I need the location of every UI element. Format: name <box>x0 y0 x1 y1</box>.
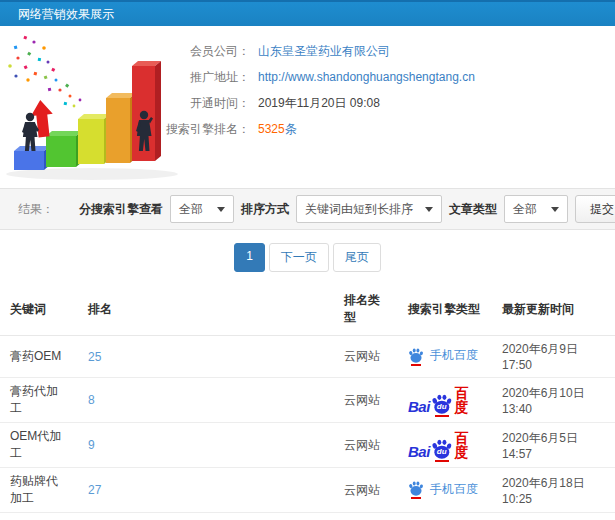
updated-cell: 2020年6月5日 14:57 <box>492 423 615 468</box>
baidu-paw-icon: du <box>431 439 453 459</box>
pagination-button[interactable]: 1 <box>234 243 265 272</box>
article-type-select[interactable]: 全部 <box>504 195 568 223</box>
table-row: 膏药代加工 8 云网站 Baidu百度 2020年6月10日 13:40 <box>0 378 615 423</box>
rank-cell: 27 <box>78 468 334 513</box>
article-type-label: 文章类型 <box>449 201 497 218</box>
column-header: 搜索引擎类型 <box>398 284 492 336</box>
engine-select-value: 全部 <box>179 201 203 218</box>
confetti-decoration <box>8 36 81 108</box>
updated-cell: 2020年6月18日 10:25 <box>492 468 615 513</box>
keyword-cell: OEM代加工 <box>0 423 78 468</box>
page-title-bar: 网络营销效果展示 <box>0 0 615 26</box>
keyword-cell: 药贴牌代加工 <box>0 468 78 513</box>
updated-cell: 2020年6月11日 11:18 <box>492 513 615 520</box>
rank-link[interactable]: 8 <box>88 393 95 407</box>
table-row: 药贴牌代加工 27 云网站 手机百度 2020年6月18日 10:25 <box>0 468 615 513</box>
baidu-logo: Baidu百度 <box>408 386 482 414</box>
column-header: 排名类型 <box>334 284 398 336</box>
rank-type-cell: 云网站 <box>334 513 398 520</box>
column-header: 关键词 <box>0 284 78 336</box>
results-table: 关键词排名排名类型搜索引擎类型最新更新时间 膏药OEM 25 云网站 手机百度 … <box>0 284 615 520</box>
keyword-cell: 膏药代加工 <box>0 378 78 423</box>
table-row: OEM代加工 9 云网站 Baidu百度 2020年6月5日 14:57 <box>0 423 615 468</box>
baidu-cn-wordmark: 百度 <box>454 386 482 414</box>
pagination-button[interactable]: 下一页 <box>269 243 329 272</box>
info-value: 5325 <box>258 122 285 136</box>
info-label: 开通时间： <box>150 95 250 112</box>
rank-cell: 1 <box>78 513 334 520</box>
rank-type-cell: 云网站 <box>334 423 398 468</box>
result-label: 结果： <box>18 201 54 218</box>
bar-yellow <box>78 114 110 164</box>
updated-cell: 2020年6月10日 13:40 <box>492 378 615 423</box>
filter-bar: 结果： 分搜索引擎查看 全部 排序方式 关键词由短到长排序 文章类型 全部 提交 <box>0 188 615 230</box>
pagination: 1 下一页 尾页 <box>0 243 615 272</box>
engine-cell: Baidu百度 <box>398 423 492 468</box>
account-info: 会员公司： 山东皇圣堂药业有限公司 推广地址： http://www.shand… <box>150 38 475 142</box>
table-row: 北京膏药贴牌 1 云网站 Baidu百度 2020年6月11日 11:18 <box>0 513 615 520</box>
sort-select[interactable]: 关键词由短到长排序 <box>296 195 442 223</box>
engine-cell: Baidu百度 <box>398 513 492 520</box>
info-row: 会员公司： 山东皇圣堂药业有限公司 <box>150 38 475 64</box>
rank-type-cell: 云网站 <box>334 336 398 378</box>
sort-filter-label: 排序方式 <box>241 201 289 218</box>
baidu-wordmark: Bai <box>408 399 430 414</box>
baidu-paw-icon: du <box>431 394 453 414</box>
hero-section: 会员公司： 山东皇圣堂药业有限公司 推广地址： http://www.shand… <box>0 26 615 188</box>
article-type-value: 全部 <box>513 201 537 218</box>
engine-filter-label: 分搜索引擎查看 <box>79 201 163 218</box>
info-label: 会员公司： <box>150 43 250 60</box>
engine-cell: 手机百度 <box>398 468 492 513</box>
info-row: 搜索引擎排名： 5325 条 <box>150 116 475 142</box>
submit-button[interactable]: 提交 <box>575 195 615 223</box>
pagination-button[interactable]: 尾页 <box>333 243 381 272</box>
mobile-baidu-logo: 手机百度 <box>408 348 478 363</box>
mobile-baidu-logo: 手机百度 <box>408 481 478 496</box>
baidu-paw-icon <box>408 481 424 496</box>
rank-type-cell: 云网站 <box>334 468 398 513</box>
baidu-logo: Baidu百度 <box>408 431 482 459</box>
chevron-down-icon <box>217 207 225 212</box>
chevron-down-icon <box>551 207 559 212</box>
table-row: 膏药OEM 25 云网站 手机百度 2020年6月9日 17:50 <box>0 336 615 378</box>
bar-green <box>46 131 82 167</box>
rank-link[interactable]: 25 <box>88 350 101 364</box>
rank-link[interactable]: 9 <box>88 438 95 452</box>
info-value[interactable]: 山东皇圣堂药业有限公司 <box>258 43 390 60</box>
keyword-cell: 北京膏药贴牌 <box>0 513 78 520</box>
businessman-left <box>22 113 39 151</box>
chevron-down-icon <box>425 207 433 212</box>
bar-orange <box>106 93 136 163</box>
sort-select-value: 关键词由短到长排序 <box>305 201 413 218</box>
info-row: 开通时间： 2019年11月20日 09:08 <box>150 90 475 116</box>
mobile-baidu-label: 手机百度 <box>430 483 478 495</box>
engine-cell: 手机百度 <box>398 336 492 378</box>
rank-link[interactable]: 27 <box>88 483 101 497</box>
baidu-wordmark: Bai <box>408 444 430 459</box>
column-header: 最新更新时间 <box>492 284 615 336</box>
engine-cell: Baidu百度 <box>398 378 492 423</box>
table-header-row: 关键词排名排名类型搜索引擎类型最新更新时间 <box>0 284 615 336</box>
info-row: 推广地址： http://www.shandonghuangshengtang.… <box>150 64 475 90</box>
info-suffix: 条 <box>285 121 297 138</box>
table-body: 膏药OEM 25 云网站 手机百度 2020年6月9日 17:50 膏药代加工 … <box>0 336 615 520</box>
page-title: 网络营销效果展示 <box>18 6 114 23</box>
filter-controls: 分搜索引擎查看 全部 排序方式 关键词由短到长排序 文章类型 全部 提交 <box>79 195 615 223</box>
updated-cell: 2020年6月9日 17:50 <box>492 336 615 378</box>
info-value: 2019年11月20日 09:08 <box>258 95 380 112</box>
baidu-cn-wordmark: 百度 <box>454 431 482 459</box>
rank-cell: 25 <box>78 336 334 378</box>
baidu-paw-icon <box>408 348 424 363</box>
rank-cell: 9 <box>78 423 334 468</box>
keyword-cell: 膏药OEM <box>0 336 78 378</box>
rank-type-cell: 云网站 <box>334 378 398 423</box>
info-label: 搜索引擎排名： <box>150 121 250 138</box>
engine-select[interactable]: 全部 <box>170 195 234 223</box>
info-label: 推广地址： <box>150 69 250 86</box>
mobile-baidu-label: 手机百度 <box>430 349 478 361</box>
info-value[interactable]: http://www.shandonghuangshengtang.cn <box>258 70 475 84</box>
column-header: 排名 <box>78 284 334 336</box>
rank-cell: 8 <box>78 378 334 423</box>
